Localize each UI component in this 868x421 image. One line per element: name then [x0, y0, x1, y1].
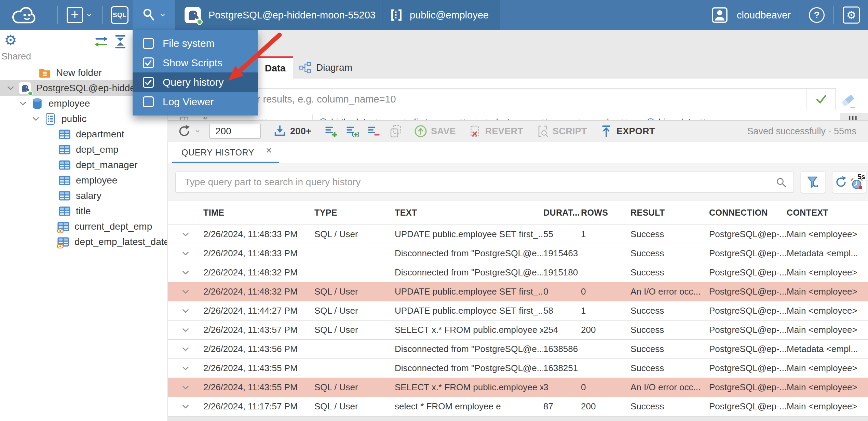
date-type-icon [646, 118, 655, 120]
column-header-result[interactable]: RESULT [630, 208, 709, 218]
tree-item-view[interactable]: dept_emp_latest_date [0, 234, 167, 249]
add-row-button[interactable] [324, 124, 338, 138]
column-header-text[interactable]: TEXT [395, 208, 543, 218]
query-history-row[interactable]: 2/26/2024, 11:17:57 PM SQL / User select… [168, 397, 868, 416]
script-button[interactable]: SCRIPT [535, 124, 587, 138]
tree-item-table[interactable]: salary [0, 188, 167, 203]
chevron-down-icon[interactable] [18, 98, 28, 109]
expand-row-button[interactable] [168, 229, 203, 240]
tools-menu-button[interactable] [133, 0, 175, 30]
horizontal-scrollbar-track[interactable] [168, 416, 868, 421]
sort-icon[interactable] [541, 118, 549, 120]
sort-icon[interactable] [620, 118, 628, 120]
sidebar-settings-icon[interactable]: ⚙ [4, 31, 17, 49]
grid-column-gender[interactable]: abc gender [569, 114, 640, 120]
menu-item-show-scripts[interactable]: Show Scripts [133, 53, 258, 72]
save-button[interactable]: SAVE [414, 124, 456, 138]
fetch-more-button[interactable]: 200+ [273, 124, 311, 138]
expand-row-button[interactable] [168, 248, 203, 259]
grid-empty-column [721, 114, 840, 120]
query-history-row[interactable]: 2/26/2024, 11:48:33 PM Disconnected from… [168, 244, 868, 263]
menu-item-query-history[interactable]: Query history [133, 72, 258, 92]
tab-data[interactable]: Data [257, 56, 293, 79]
clear-filter-button[interactable] [840, 92, 857, 109]
apply-filter-button[interactable] [806, 89, 836, 110]
query-history-row[interactable]: 2/26/2024, 11:48:32 PM SQL / User UPDATE… [168, 282, 868, 301]
expand-row-button[interactable] [168, 363, 203, 374]
checkbox[interactable] [143, 38, 154, 49]
tree-item-table[interactable]: dept_emp [0, 142, 167, 157]
grid-column-birth-date[interactable]: birth_date [313, 114, 394, 120]
sort-icon[interactable] [306, 118, 308, 120]
tree-item-table[interactable]: title [0, 203, 167, 219]
grid-column-last-name[interactable]: abc last_name [476, 114, 569, 120]
cell-text: Disconnected from "PostgreSQL@e... [395, 363, 543, 374]
connection-selector[interactable]: PostgreSQL@ep-hidden-moon-55203 [175, 0, 380, 30]
refresh-icon[interactable] [835, 176, 847, 189]
user-name[interactable]: cloudbeaver [737, 10, 791, 21]
expand-row-button[interactable] [168, 268, 203, 278]
row-limit-input[interactable] [209, 124, 261, 139]
cell-result: Success [630, 325, 709, 335]
menu-item-log-viewer[interactable]: Log Viewer [133, 92, 258, 111]
menu-item-file-system[interactable]: File system [133, 33, 258, 53]
sync-connection-icon[interactable] [94, 34, 109, 49]
export-button[interactable]: EXPORT [599, 124, 655, 138]
help-button[interactable]: ? [809, 7, 825, 23]
expand-row-button[interactable] [168, 344, 203, 354]
column-header-duration[interactable]: DURAT... [543, 208, 581, 218]
sort-icon[interactable] [459, 118, 467, 120]
column-header-rows[interactable]: ROWS [581, 208, 630, 218]
query-history-row[interactable]: 2/26/2024, 11:43:57 PM SQL / User SELECT… [168, 321, 868, 340]
query-history-row[interactable]: 2/26/2024, 11:43:56 PM Disconnected from… [168, 340, 868, 359]
checkbox[interactable] [143, 57, 154, 68]
checkbox[interactable] [143, 77, 154, 88]
query-history-row[interactable]: 2/26/2024, 11:44:27 PM SQL / User UPDATE… [168, 301, 868, 321]
expand-row-button[interactable] [168, 382, 203, 393]
expand-row-button[interactable] [168, 402, 203, 412]
tab-diagram[interactable]: Diagram [290, 56, 361, 79]
new-connection-button[interactable]: + [67, 7, 93, 23]
tab-query-history[interactable]: QUERY HISTORY × [172, 142, 279, 163]
copy-results-button[interactable] [389, 124, 403, 138]
grid-column-first-name[interactable]: abc first_name [394, 114, 476, 120]
history-filter-button[interactable] [801, 171, 825, 193]
configure-columns-button[interactable] [847, 114, 861, 120]
settings-button[interactable]: ⚙ [843, 6, 860, 24]
query-history-row[interactable]: 2/26/2024, 11:48:33 PM SQL / User UPDATE… [168, 225, 868, 244]
refresh-button[interactable] [177, 124, 201, 138]
history-search-input[interactable] [176, 172, 794, 192]
chevron-down-icon[interactable] [31, 114, 41, 124]
tree-item-table[interactable]: employee [0, 173, 167, 188]
expand-row-button[interactable] [168, 287, 203, 297]
schema-selector[interactable]: public@employee [380, 0, 500, 30]
user-icon [711, 7, 728, 23]
query-history-row[interactable]: 2/26/2024, 11:48:32 PM Disconnected from… [168, 263, 868, 282]
sort-icon[interactable] [699, 118, 707, 120]
delete-row-button[interactable] [367, 124, 380, 138]
expand-row-button[interactable] [168, 306, 203, 316]
query-history-row[interactable]: 2/26/2024, 11:43:55 PM SQL / User SELECT… [168, 378, 868, 397]
expand-row-button[interactable] [168, 325, 203, 335]
tree-item-table[interactable]: department [0, 126, 167, 142]
column-header-context[interactable]: CONTEXT [787, 208, 868, 218]
checkbox[interactable] [143, 96, 154, 107]
sql-editor-button[interactable]: SQL [111, 6, 128, 24]
grid-column-hire-date[interactable]: hire_date [640, 114, 721, 120]
chevron-down-icon[interactable] [5, 83, 16, 93]
duplicate-row-button[interactable] [345, 124, 359, 138]
tree-item-view[interactable]: current_dept_emp [0, 219, 167, 234]
close-icon[interactable]: × [266, 145, 272, 155]
cell-context: Main <employee> [787, 363, 868, 374]
auto-refresh-button[interactable]: 5s [850, 174, 864, 190]
query-history-row[interactable]: 2/26/2024, 11:43:55 PM Disconnected from… [168, 359, 868, 378]
sort-icon[interactable] [374, 118, 382, 120]
revert-button[interactable]: REVERT [468, 124, 523, 138]
collapse-all-icon[interactable] [113, 34, 128, 49]
column-header-type[interactable]: TYPE [314, 208, 395, 218]
column-header-connection[interactable]: CONNECTION [709, 208, 787, 218]
column-header-time[interactable]: TIME [203, 208, 314, 218]
grid-column-emp-no[interactable]: 123 emp_no [251, 114, 313, 120]
filter-input[interactable] [173, 89, 806, 110]
tree-item-table[interactable]: dept_manager [0, 157, 167, 173]
